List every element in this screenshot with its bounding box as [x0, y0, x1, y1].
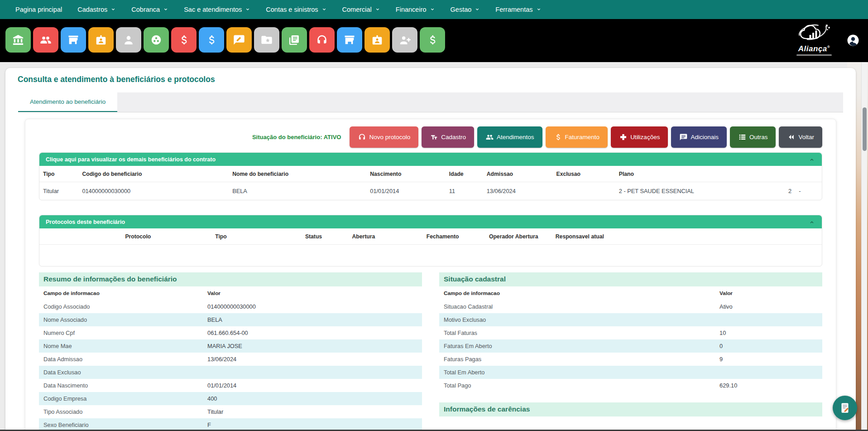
toolbar-button-person-add-icon[interactable]: [392, 27, 417, 53]
field-label: Faturas Pagas: [439, 353, 715, 366]
toolbar-button-folder-star-icon[interactable]: [254, 27, 279, 53]
column-header: [764, 166, 795, 182]
menu-item-gestao[interactable]: Gestao: [451, 6, 480, 13]
toolbar-button-store-icon[interactable]: [61, 27, 86, 53]
menu-item-contas-e-sinistros[interactable]: Contas e sinistros: [266, 6, 326, 13]
cell: 014000000030000: [78, 182, 229, 200]
field-label: Data Admissao: [39, 353, 203, 366]
menu-item-comercial[interactable]: Comercial: [342, 6, 380, 13]
menu-item-cadastros[interactable]: Cadastros: [77, 6, 116, 13]
field-value: 9: [715, 353, 822, 366]
menu-item-cobranca[interactable]: Cobranca: [131, 6, 168, 13]
cell: 2: [764, 182, 795, 200]
button-label: Voltar: [798, 134, 814, 140]
column-header: [795, 166, 822, 182]
info-row: Motivo Exclusao: [439, 313, 822, 326]
menu-item-sac-e-atendimentos[interactable]: Sac e atendimentos: [184, 6, 250, 13]
menu-item-label: Gestao: [451, 6, 472, 13]
cell: BELA: [229, 182, 366, 200]
tab-atendimento-beneficiario[interactable]: Atendimento ao beneficiário: [18, 92, 117, 112]
toolbar-button-library-icon[interactable]: [282, 27, 307, 53]
adicionais-button[interactable]: Adicionais: [671, 126, 727, 148]
field-label: Motivo Exclusao: [439, 313, 715, 326]
toolbar-button-store-icon[interactable]: [337, 27, 362, 53]
toolbar-button-person-icon[interactable]: [116, 27, 141, 53]
menu-item-ferramentas[interactable]: Ferramentas: [495, 6, 541, 13]
menu-item-label: Contas e sinistros: [266, 6, 318, 13]
toolbar-button-headset-icon[interactable]: [309, 27, 335, 53]
info-row: Faturas Em Aberto0: [439, 339, 822, 353]
field-label: Faturas Em Aberto: [439, 339, 715, 353]
vertical-scrollbar[interactable]: [861, 62, 867, 431]
actions-row: Situação do beneficiário: ATIVO Novo pro…: [39, 126, 822, 148]
utilizações-button[interactable]: Utilizações: [611, 126, 668, 148]
field-value: Ativo: [715, 300, 822, 313]
double-arrow-left-icon: [787, 133, 796, 141]
atendimentos-button[interactable]: Atendimentos: [477, 126, 542, 148]
chevron-down-icon: [163, 7, 168, 12]
scrollbar-thumb[interactable]: [863, 107, 867, 151]
toolbar-button-badge-icon[interactable]: [88, 27, 114, 53]
column-header: Status: [302, 228, 349, 245]
group-icon: [39, 34, 52, 46]
cell: Titular: [39, 182, 78, 200]
action-buttons: Novo protocoloCadastroAtendimentosFatura…: [350, 126, 822, 148]
carencias-section-title: Informações de carências: [439, 402, 822, 416]
protocols-header-row: ProtocoloTipoStatusAberturaFechamentoOpe…: [39, 228, 822, 245]
brand-name: Aliança®: [789, 44, 839, 53]
field-value: Titular: [203, 405, 422, 418]
column-header: Responsavel atual: [552, 228, 822, 245]
toolbar-button-dollar-icon[interactable]: [171, 27, 197, 53]
protocols-banner[interactable]: Protocolos deste beneficiário: [39, 215, 822, 228]
info-row: Sexo BeneficiarioF: [39, 418, 422, 431]
menu-item-financeiro[interactable]: Financeiro: [396, 6, 435, 13]
chevron-up-icon[interactable]: [808, 218, 815, 226]
toolbar-button-bank-icon[interactable]: [5, 27, 31, 53]
field-value: [715, 313, 822, 326]
info-sections: Resumo de informações do beneficiário Ca…: [39, 272, 822, 431]
info-row: Nome MaeMARIA JOSE: [39, 339, 422, 353]
field-label: Total Em Aberto: [439, 366, 715, 379]
summary-table: Campo de informacao Valor Codigo Associa…: [39, 286, 422, 431]
field-value: [203, 366, 422, 379]
menu-item-label: Pagina principal: [15, 6, 62, 13]
field-label: Total Pago: [439, 379, 715, 392]
toolbar-button-dollar-icon[interactable]: [199, 27, 224, 53]
icon-toolbar: Aliança®: [0, 19, 868, 62]
faturamento-button[interactable]: Faturamento: [546, 126, 608, 148]
info-row: Numero Cpf061.660.654-00: [39, 326, 422, 339]
column-header: Valor: [715, 286, 822, 300]
chevron-down-icon: [430, 7, 435, 12]
content-card: Consulta e atendimento à beneficiários e…: [5, 68, 856, 431]
account-icon[interactable]: [846, 34, 860, 47]
info-row: Nome AssociadoBELA: [39, 313, 422, 326]
button-label: Adicionais: [691, 134, 719, 140]
column-header: Nome do beneficiario: [229, 166, 366, 182]
tab-bar: Atendimento ao beneficiário: [18, 92, 843, 112]
toolbar-button-rate-review-icon[interactable]: [226, 27, 252, 53]
chevron-down-icon: [475, 7, 480, 12]
cadastro-button[interactable]: Cadastro: [422, 126, 474, 148]
info-row: Codigo Associado014000000030000: [39, 300, 422, 313]
beneficiaries-banner[interactable]: Clique aqui para visualizar os demais be…: [39, 153, 822, 166]
field-label: Data Exclusao: [39, 366, 203, 379]
toolbar-button-casino-icon[interactable]: [144, 27, 169, 53]
field-label: Situacao Cadastral: [439, 300, 715, 313]
novo-protocolo-button[interactable]: Novo protocolo: [350, 126, 418, 148]
toolbar-button-group-icon[interactable]: [33, 27, 58, 53]
new-note-fab[interactable]: [833, 396, 857, 420]
toolbar-button-dollar-icon[interactable]: [420, 27, 445, 53]
beneficiary-row[interactable]: Titular014000000030000BELA01/01/20141113…: [39, 182, 822, 200]
menu-item-pagina-principal[interactable]: Pagina principal: [15, 6, 62, 13]
chevron-up-icon[interactable]: [808, 156, 815, 163]
chevron-down-icon: [245, 7, 250, 12]
field-label: Total Faturas: [439, 326, 715, 339]
column-header: Campo de informacao: [39, 286, 203, 300]
toolbar-button-badge-icon[interactable]: [364, 27, 390, 53]
voltar-button[interactable]: Voltar: [779, 126, 822, 148]
info-row: Tipo AssociadoTitular: [39, 405, 422, 418]
column-header: Plano: [615, 166, 764, 182]
outras-button[interactable]: Outras: [730, 126, 776, 148]
column-header: Tipo: [39, 166, 78, 182]
field-value: F: [203, 418, 422, 431]
